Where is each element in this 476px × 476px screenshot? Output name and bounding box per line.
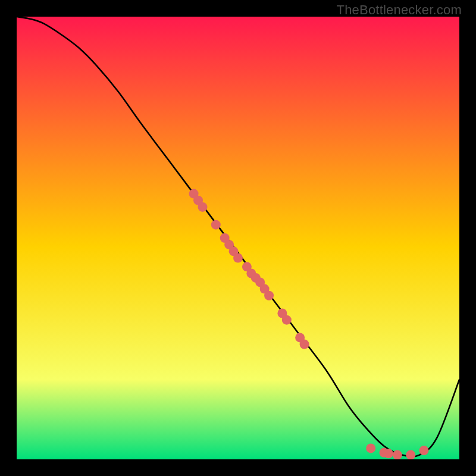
watermark-text: TheBottlenecker.com bbox=[337, 2, 462, 18]
gradient-background bbox=[17, 17, 459, 459]
data-marker bbox=[300, 340, 309, 349]
plot-area bbox=[17, 17, 459, 459]
data-marker bbox=[211, 220, 221, 230]
data-marker bbox=[406, 450, 415, 459]
chart-svg bbox=[17, 17, 459, 459]
data-marker bbox=[366, 443, 375, 453]
data-marker bbox=[393, 450, 402, 459]
data-marker bbox=[282, 315, 292, 325]
data-marker bbox=[384, 449, 393, 458]
data-marker bbox=[233, 253, 243, 262]
chart-stage: TheBottlenecker.com bbox=[0, 0, 476, 476]
data-marker bbox=[264, 291, 274, 300]
data-marker bbox=[419, 446, 428, 455]
data-marker bbox=[198, 202, 207, 212]
